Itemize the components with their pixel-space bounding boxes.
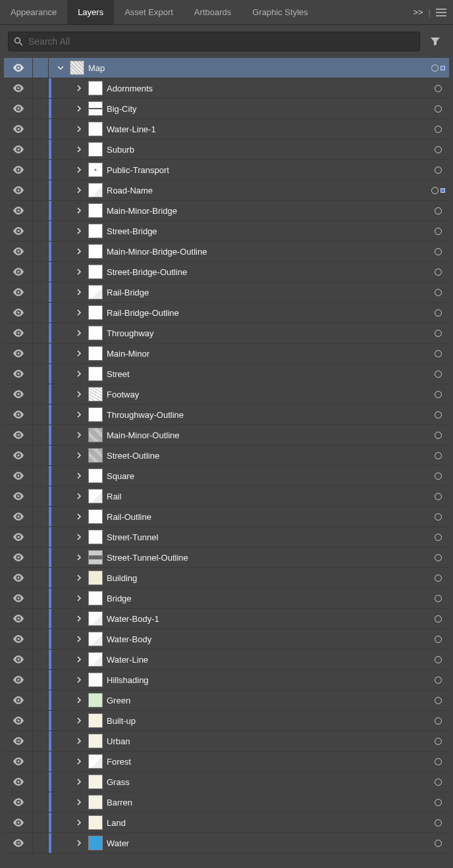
target-ring-icon[interactable] <box>435 615 442 623</box>
target-ring-icon[interactable] <box>435 289 442 296</box>
disclosure-toggle-icon[interactable] <box>72 840 86 846</box>
layer-row[interactable]: Big-City <box>4 99 449 119</box>
visibility-toggle-icon[interactable] <box>13 778 24 786</box>
layer-row[interactable]: Street-Outline <box>4 446 449 466</box>
visibility-toggle-icon[interactable] <box>13 533 24 541</box>
disclosure-toggle-icon[interactable] <box>72 697 86 703</box>
layer-row[interactable]: Hillshading <box>4 670 449 690</box>
visibility-toggle-icon[interactable] <box>13 309 24 317</box>
lock-column[interactable] <box>33 262 49 282</box>
disclosure-toggle-icon[interactable] <box>72 534 86 540</box>
disclosure-toggle-icon[interactable] <box>72 309 86 316</box>
lock-column[interactable] <box>33 650 49 669</box>
disclosure-toggle-icon[interactable] <box>72 289 86 295</box>
target-ring-icon[interactable] <box>431 64 439 72</box>
layer-row[interactable]: Building <box>4 568 449 588</box>
lock-column[interactable] <box>33 303 49 322</box>
target-ring-icon[interactable] <box>435 472 442 480</box>
disclosure-toggle-icon[interactable] <box>72 166 86 173</box>
visibility-toggle-icon[interactable] <box>13 227 24 235</box>
layer-label[interactable]: Water-Line-1 <box>107 124 156 134</box>
target-ring-icon[interactable] <box>435 738 442 745</box>
tab-layers[interactable]: Layers <box>67 0 114 24</box>
visibility-toggle-icon[interactable] <box>13 329 24 337</box>
visibility-toggle-icon[interactable] <box>13 411 24 419</box>
disclosure-toggle-icon[interactable] <box>72 126 86 132</box>
layer-row[interactable]: Water-Body-1 <box>4 609 449 629</box>
layer-row[interactable]: Water-Line <box>4 650 449 670</box>
disclosure-toggle-icon[interactable] <box>72 432 86 438</box>
layer-label[interactable]: Suburb <box>107 145 134 155</box>
visibility-toggle-icon[interactable] <box>13 145 24 153</box>
target-ring-icon[interactable] <box>435 85 442 92</box>
visibility-toggle-icon[interactable] <box>13 166 24 174</box>
layer-label[interactable]: Road-Name <box>107 186 153 195</box>
visibility-toggle-icon[interactable] <box>13 839 24 847</box>
disclosure-toggle-icon[interactable] <box>72 207 86 214</box>
visibility-toggle-icon[interactable] <box>13 655 24 663</box>
target-ring-icon[interactable] <box>435 554 442 561</box>
visibility-toggle-icon[interactable] <box>13 553 24 561</box>
disclosure-toggle-icon[interactable] <box>72 248 86 255</box>
layer-row[interactable]: Road-Name <box>4 180 449 201</box>
disclosure-toggle-icon[interactable] <box>54 64 67 71</box>
layer-row[interactable]: Forest <box>4 752 449 772</box>
visibility-toggle-icon[interactable] <box>13 451 24 459</box>
layer-row[interactable]: Rail <box>4 486 449 507</box>
layer-label[interactable]: Urban <box>107 736 130 746</box>
layer-row[interactable]: Green <box>4 690 449 711</box>
layer-row[interactable]: Throughway <box>4 323 449 344</box>
tab-graphic-styles[interactable]: Graphic Styles <box>242 0 319 24</box>
target-ring-icon[interactable] <box>435 432 442 439</box>
disclosure-toggle-icon[interactable] <box>72 330 86 336</box>
visibility-toggle-icon[interactable] <box>13 492 24 500</box>
lock-column[interactable] <box>33 588 49 608</box>
lock-column[interactable] <box>33 466 49 486</box>
layer-label[interactable]: Rail-Bridge-Outline <box>107 308 179 318</box>
lock-column[interactable] <box>33 711 49 730</box>
layer-label[interactable]: Grass <box>107 777 130 787</box>
layer-label[interactable]: Rail-Bridge <box>107 288 149 297</box>
disclosure-toggle-icon[interactable] <box>72 554 86 561</box>
target-ring-icon[interactable] <box>435 758 442 765</box>
lock-column[interactable] <box>33 384 49 404</box>
layer-row[interactable]: Bridge <box>4 588 449 609</box>
layer-row[interactable]: Street-Bridge-Outline <box>4 262 449 282</box>
layer-row[interactable]: Urban <box>4 731 449 752</box>
layer-row[interactable]: Built-up <box>4 711 449 731</box>
layer-label[interactable]: Throughway-Outline <box>107 410 184 420</box>
visibility-toggle-icon[interactable] <box>13 594 24 602</box>
disclosure-toggle-icon[interactable] <box>72 228 86 234</box>
disclosure-toggle-icon[interactable] <box>72 472 86 479</box>
lock-column[interactable] <box>33 527 49 547</box>
layer-label[interactable]: Footway <box>107 390 139 399</box>
target-ring-icon[interactable] <box>435 779 442 786</box>
layer-row[interactable]: Water-Body <box>4 629 449 650</box>
layer-label[interactable]: Public-Transport <box>107 165 169 175</box>
layer-label[interactable]: Adornments <box>107 84 153 93</box>
lock-column[interactable] <box>33 364 49 384</box>
target-ring-icon[interactable] <box>435 799 442 806</box>
lock-column[interactable] <box>33 58 49 78</box>
target-ring-icon[interactable] <box>435 207 442 215</box>
target-ring-icon[interactable] <box>435 840 442 847</box>
layer-label[interactable]: Bridge <box>107 594 132 603</box>
layer-label[interactable]: Green <box>107 696 130 705</box>
visibility-toggle-icon[interactable] <box>13 349 24 357</box>
target-ring-icon[interactable] <box>435 228 442 235</box>
layer-label[interactable]: Street-Bridge-Outline <box>107 267 187 277</box>
visibility-toggle-icon[interactable] <box>13 288 24 296</box>
target-ring-icon[interactable] <box>435 574 442 582</box>
target-ring-icon[interactable] <box>435 493 442 500</box>
disclosure-toggle-icon[interactable] <box>72 738 86 744</box>
layer-label[interactable]: Hillshading <box>107 675 149 685</box>
layer-row[interactable]: Adornments <box>4 78 449 99</box>
layer-row[interactable]: Street-Tunnel-Outline <box>4 548 449 568</box>
filter-button[interactable] <box>425 32 445 51</box>
layer-row[interactable]: Grass <box>4 772 449 792</box>
layer-label[interactable]: Built-up <box>107 716 136 726</box>
layer-row[interactable]: Street <box>4 364 449 384</box>
visibility-toggle-icon[interactable] <box>13 186 24 194</box>
lock-column[interactable] <box>33 221 49 241</box>
visibility-toggle-icon[interactable] <box>13 757 24 765</box>
